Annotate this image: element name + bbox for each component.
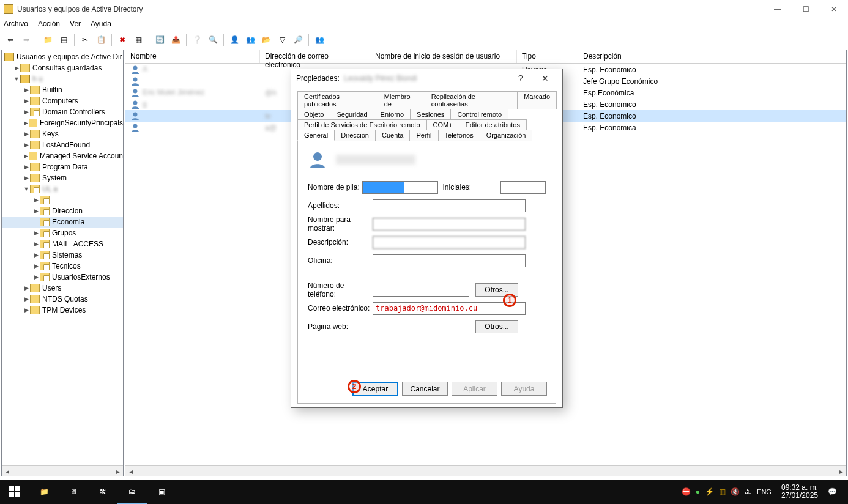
- tray-icon-4[interactable]: ▥: [719, 487, 726, 496]
- tree-expand-icon[interactable]: ▶: [23, 120, 29, 126]
- help-icon[interactable]: ❔: [190, 33, 204, 46]
- tree-horizontal-scrollbar[interactable]: ◂ ▸: [2, 465, 123, 476]
- nav-forward-icon[interactable]: ⇒: [20, 33, 33, 46]
- tree-expand-icon[interactable]: ▶: [32, 252, 40, 258]
- nav-back-icon[interactable]: ⇐: [4, 33, 17, 46]
- tray-volume-icon[interactable]: 🔇: [731, 487, 740, 496]
- taskbar[interactable]: 📁 🖥 🛠 🗂 ▣ ⛔ ● ⚡ ▥ 🔇 🖧 ENG 09:32 a. m. 27…: [0, 480, 848, 504]
- tab-control-remoto[interactable]: Control remoto: [450, 109, 508, 119]
- tree-item[interactable]: ▶ForeignSecurityPrincipals: [2, 117, 123, 128]
- query-icon[interactable]: 🔎: [291, 33, 305, 46]
- phone-input[interactable]: [373, 284, 469, 297]
- minimize-button[interactable]: —: [764, 0, 792, 18]
- dialog-titlebar[interactable]: Propiedades: Leovaldy Pérez Biondi ? ✕: [291, 69, 562, 87]
- tree-root[interactable]: Usuarios y equipos de Active Dir: [2, 51, 123, 62]
- close-button[interactable]: ✕: [820, 0, 848, 18]
- up-level-icon[interactable]: 📁: [41, 33, 54, 46]
- tray-icon-2[interactable]: ●: [696, 487, 700, 496]
- menu-ayuda[interactable]: Ayuda: [91, 20, 111, 29]
- tree-expand-icon[interactable]: ▶: [32, 230, 40, 236]
- help-button[interactable]: Ayuda: [501, 382, 547, 396]
- tree-item[interactable]: ▶UsuariosExternos: [2, 272, 123, 283]
- phone-others-button[interactable]: Otros...: [475, 283, 518, 297]
- tab-com+[interactable]: COM+: [426, 119, 459, 130]
- tree-expand-icon[interactable]: ▶: [23, 296, 30, 302]
- tree-item[interactable]: ▶LostAndFound: [2, 139, 123, 150]
- tray-clock[interactable]: 09:32 a. m. 27/01/2025: [776, 484, 823, 500]
- new-group-icon[interactable]: 👥: [244, 33, 257, 46]
- tray-icon-3[interactable]: ⚡: [705, 487, 714, 496]
- col-email[interactable]: Dirección de correo electrónico: [260, 50, 370, 63]
- dialog-close-button[interactable]: ✕: [533, 73, 557, 83]
- tray-network-icon[interactable]: 🖧: [745, 487, 752, 496]
- surname-input[interactable]: [373, 199, 526, 212]
- tree-expand-icon[interactable]: ▶: [23, 98, 30, 104]
- tree-item[interactable]: ▶Domain Controllers: [2, 106, 123, 117]
- tree-expand-icon[interactable]: ▶: [23, 131, 30, 137]
- tree-expand-icon[interactable]: ▶: [32, 208, 40, 214]
- list-horizontal-scrollbar[interactable]: ◂ ▸: [125, 465, 846, 476]
- scroll-left-icon[interactable]: ◂: [2, 466, 12, 476]
- tab-certificados-publicados[interactable]: Certificados publicados: [297, 91, 378, 109]
- tree-item[interactable]: ▶TPM Devices: [2, 305, 123, 316]
- tree-item[interactable]: ▶Computers: [2, 95, 123, 106]
- tree-expand-icon[interactable]: ▶: [13, 65, 20, 71]
- display-name-input[interactable]: [373, 218, 526, 231]
- show-desktop-button[interactable]: [842, 480, 846, 504]
- tree-expand-icon[interactable]: ▶: [23, 153, 29, 159]
- tree-expand-icon[interactable]: ▶: [23, 285, 30, 291]
- cut-icon[interactable]: ✂: [78, 33, 92, 46]
- tab-teléfonos[interactable]: Teléfonos: [438, 130, 480, 141]
- tab-miembro-de[interactable]: Miembro de: [378, 91, 425, 109]
- tree-item[interactable]: ▶MAIL_ACCESS: [2, 239, 123, 250]
- tree-expand-icon[interactable]: ▶: [23, 142, 30, 148]
- refresh-icon[interactable]: 🔄: [153, 33, 166, 46]
- tree-item[interactable]: ▶Sistemas: [2, 250, 123, 261]
- tree-item[interactable]: ▼UL a: [2, 183, 123, 195]
- scroll-right-icon[interactable]: ▸: [836, 466, 846, 476]
- apply-button[interactable]: Aplicar: [452, 382, 497, 396]
- new-ou-icon[interactable]: 📂: [259, 33, 273, 46]
- taskbar-aduc-icon[interactable]: 🗂: [117, 480, 147, 504]
- tab-seguridad[interactable]: Seguridad: [330, 109, 374, 119]
- given-name-input[interactable]: [362, 181, 438, 194]
- tab-perfil[interactable]: Perfil: [409, 130, 438, 141]
- maximize-button[interactable]: ☐: [792, 0, 820, 18]
- tab-replicación-de-contraseñas[interactable]: Replicación de contraseñas: [425, 91, 518, 109]
- cancel-button[interactable]: Cancelar: [402, 382, 448, 396]
- tab-dirección[interactable]: Dirección: [334, 130, 376, 141]
- tree-item[interactable]: ▼h u: [2, 73, 123, 84]
- tab-perfil-de-servicios-de-escritorio-remoto[interactable]: Perfil de Servicios de Escritorio remoto: [297, 119, 427, 130]
- tab-organización[interactable]: Organización: [480, 130, 533, 141]
- web-input[interactable]: [373, 321, 469, 333]
- tree-expand-icon[interactable]: ▼: [23, 186, 30, 192]
- show-hide-tree-icon[interactable]: ▤: [57, 33, 70, 46]
- tree-expand-icon[interactable]: ▶: [23, 87, 30, 93]
- add-to-group-icon[interactable]: 👥: [313, 33, 326, 46]
- col-name[interactable]: Nombre: [125, 50, 260, 63]
- tree-item[interactable]: Economia: [2, 217, 123, 228]
- tab-marcado[interactable]: Marcado: [517, 91, 557, 109]
- filter-icon[interactable]: ▽: [275, 33, 289, 46]
- tree-expand-icon[interactable]: ▶: [32, 241, 40, 247]
- taskbar-app5-icon[interactable]: ▣: [147, 480, 176, 504]
- col-logon[interactable]: Nombre de inicio de sesión de usuario: [370, 50, 517, 63]
- menu-archivo[interactable]: Archivo: [4, 20, 28, 29]
- tab-editor-de-atributos[interactable]: Editor de atributos: [459, 119, 527, 130]
- start-button[interactable]: [0, 480, 29, 504]
- tree-expand-icon[interactable]: ▶: [23, 307, 30, 313]
- tab-entorno[interactable]: Entorno: [374, 109, 411, 119]
- tree-expand-icon[interactable]: ▶: [23, 109, 30, 115]
- tree-expand-icon[interactable]: ▶: [23, 164, 30, 170]
- export-list-icon[interactable]: 📤: [169, 33, 182, 46]
- taskbar-server-manager-icon[interactable]: 🖥: [59, 480, 88, 504]
- tab-sesiones[interactable]: Sesiones: [410, 109, 451, 119]
- delete-icon[interactable]: ✖: [116, 33, 129, 46]
- menu-ver[interactable]: Ver: [70, 20, 81, 29]
- description-input[interactable]: [373, 236, 526, 249]
- new-user-icon[interactable]: 👤: [228, 33, 241, 46]
- taskbar-explorer-icon[interactable]: 📁: [29, 480, 59, 504]
- copy-icon[interactable]: 📋: [94, 33, 108, 46]
- email-input[interactable]: [373, 302, 526, 315]
- dialog-help-button[interactable]: ?: [508, 73, 533, 83]
